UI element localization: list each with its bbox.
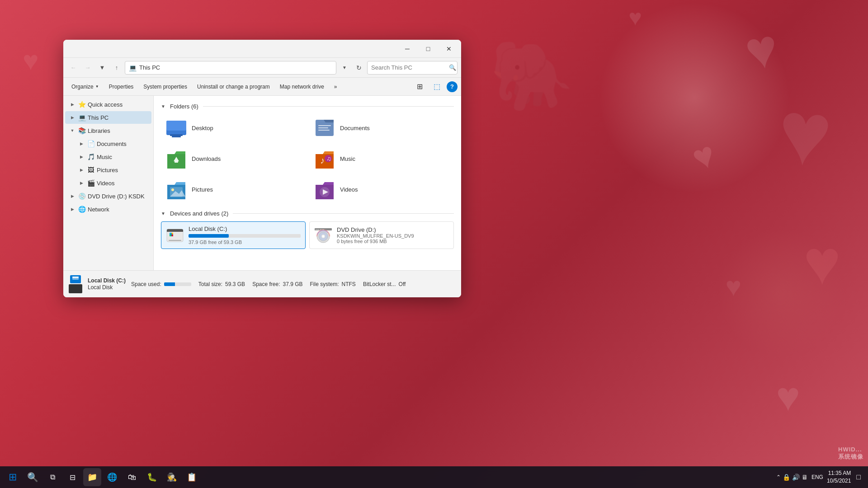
taskbar-app1-button[interactable]: 🐛	[143, 468, 161, 486]
taskbar-store-button[interactable]: 🛍	[123, 468, 141, 486]
back-button[interactable]: ←	[67, 61, 80, 74]
pictures-arrow: ▶	[78, 168, 85, 172]
main-area: ▶ ⭐ Quick access ▶ 💻 This PC ▼ 📚 Librari…	[63, 96, 461, 270]
svg-rect-6	[318, 127, 328, 128]
notification-button[interactable]: □	[854, 473, 863, 481]
sidebar-item-libraries[interactable]: ▼ 📚 Libraries	[65, 124, 151, 137]
folder-item-documents[interactable]: Documents	[309, 114, 454, 141]
folder-item-music[interactable]: ♪ ♫ Music	[309, 145, 454, 172]
sidebar-item-videos[interactable]: ▶ 🎬 Videos	[65, 177, 151, 189]
taskbar-app3-button[interactable]: 📋	[183, 468, 201, 486]
tray-network-icon[interactable]: 🖥	[802, 474, 808, 481]
address-path-text: This PC	[139, 64, 160, 71]
local-disk-bar-bg	[189, 234, 301, 238]
sidebar-item-network[interactable]: ▶ 🌐 Network	[65, 203, 151, 216]
devices-collapse-icon[interactable]: ▼	[161, 211, 167, 216]
quick-access-icon: ⭐	[78, 101, 86, 108]
properties-button[interactable]: Properties	[104, 80, 138, 93]
documents-arrow: ▶	[78, 141, 85, 146]
drives-grid: Local Disk (C:) 37.9 GB free of 59.3 GB …	[161, 221, 454, 249]
sidebar-item-this-pc[interactable]: ▶ 💻 This PC	[65, 111, 151, 124]
svg-text:♫: ♫	[326, 155, 331, 162]
folder-item-pictures[interactable]: Pictures	[161, 176, 306, 203]
music-folder-icon: ♪ ♫	[314, 148, 335, 169]
svg-rect-23	[172, 233, 174, 235]
address-dropdown-button[interactable]: ▼	[338, 61, 351, 74]
address-bar[interactable]: 💻 This PC	[125, 61, 336, 75]
svg-rect-26	[169, 240, 181, 241]
svg-rect-20	[167, 230, 183, 232]
downloads-folder-icon	[165, 148, 187, 169]
documents-icon: 📄	[87, 140, 95, 147]
view-toggle-button[interactable]: ⬚	[429, 80, 445, 93]
up-button[interactable]: ↑	[110, 61, 123, 74]
svg-rect-25	[172, 235, 174, 236]
tray-volume-icon[interactable]: 🔊	[792, 474, 800, 481]
uninstall-button[interactable]: Uninstall or change a program	[193, 80, 274, 93]
sidebar: ▶ ⭐ Quick access ▶ 💻 This PC ▼ 📚 Librari…	[63, 96, 154, 270]
videos-icon: 🎬	[87, 179, 95, 187]
space-used-mini-bar	[164, 282, 191, 286]
search-icon[interactable]: 🔍	[449, 64, 456, 71]
devices-divider	[233, 213, 454, 214]
refresh-button[interactable]: ↻	[353, 61, 365, 74]
drive-item-dvd[interactable]: DVD-ROM DVD Drive (D:) KSDKWIN_MULFR	[309, 221, 454, 249]
dvd-icon: 💿	[78, 192, 86, 200]
statusbar-details: Space used: Total size: 59.3 GB Space fr…	[131, 281, 456, 287]
taskbar-app2-button[interactable]: 🕵	[163, 468, 181, 486]
taskbar-search-button[interactable]: 🔍	[24, 468, 42, 486]
folder-item-desktop[interactable]: Desktop	[161, 114, 306, 141]
taskbar-language[interactable]: ENG	[811, 474, 823, 480]
maximize-button[interactable]: □	[418, 42, 439, 56]
svg-rect-3	[172, 136, 181, 137]
space-used-item: Space used:	[131, 281, 191, 287]
recent-locations-button[interactable]: ▼	[96, 61, 108, 74]
dvd-arrow: ▶	[69, 194, 76, 198]
organize-dropdown-icon: ▼	[95, 84, 99, 89]
taskbar-right: ⌃ 🔒 🔊 🖥 ENG 11:35 AM 10/5/2021 □	[776, 469, 868, 485]
svg-rect-34	[72, 277, 79, 280]
statusbar-drive-icon-group	[69, 275, 82, 293]
folders-collapse-icon[interactable]: ▼	[161, 104, 167, 109]
file-explorer-window: ─ □ ✕ ← → ▼ ↑ 💻 This PC ▼ ↻ 🔍 Organize ▼…	[63, 40, 461, 297]
folders-divider	[203, 106, 454, 107]
organize-button[interactable]: Organize ▼	[67, 80, 104, 93]
sidebar-item-pictures[interactable]: ▶ 🖼 Pictures	[65, 164, 151, 176]
taskbar-explorer-button[interactable]: 📁	[83, 468, 101, 486]
minimize-button[interactable]: ─	[397, 42, 418, 56]
system-properties-button[interactable]: System properties	[139, 80, 192, 93]
forward-button[interactable]: →	[81, 61, 94, 74]
taskbar-clock[interactable]: 11:35 AM 10/5/2021	[827, 469, 851, 485]
videos-folder-icon	[314, 178, 335, 200]
quick-access-arrow: ▶	[69, 102, 76, 107]
folder-item-videos[interactable]: Videos	[309, 176, 454, 203]
this-pc-icon: 💻	[78, 114, 86, 121]
svg-point-32	[322, 235, 324, 237]
svg-rect-1	[166, 121, 186, 131]
local-disk-icon	[166, 226, 184, 244]
search-input[interactable]	[371, 64, 447, 71]
close-button[interactable]: ✕	[439, 42, 459, 56]
taskbar-edge-button[interactable]: 🌐	[103, 468, 121, 486]
sidebar-item-documents[interactable]: ▶ 📄 Documents	[65, 137, 151, 150]
tray-overflow-button[interactable]: ⌃	[776, 474, 781, 480]
svg-rect-2	[170, 134, 183, 136]
address-path-icon: 💻	[129, 64, 137, 71]
pictures-icon: 🖼	[87, 166, 95, 174]
documents-folder-icon	[314, 117, 335, 139]
sidebar-item-music[interactable]: ▶ 🎵 Music	[65, 150, 151, 163]
local-disk-info: Local Disk (C:) 37.9 GB free of 59.3 GB	[189, 225, 301, 245]
drive-item-local-disk[interactable]: Local Disk (C:) 37.9 GB free of 59.3 GB	[161, 221, 306, 249]
taskbar-widgets-button[interactable]: ⊟	[63, 468, 81, 486]
start-button[interactable]: ⊞	[4, 468, 22, 486]
view-options-button[interactable]: ⊞	[412, 80, 427, 93]
sidebar-item-dvd-drive[interactable]: ▶ 💿 DVD Drive (D:) KSDK	[65, 190, 151, 202]
local-disk-bar-fill	[189, 234, 229, 238]
map-drive-button[interactable]: Map network drive	[275, 80, 329, 93]
more-button[interactable]: »	[330, 80, 342, 93]
sidebar-item-quick-access[interactable]: ▶ ⭐ Quick access	[65, 98, 151, 111]
taskbar-taskview-button[interactable]: ⧉	[43, 468, 61, 486]
tray-lock-icon[interactable]: 🔒	[783, 474, 790, 481]
folder-item-downloads[interactable]: Downloads	[161, 145, 306, 172]
help-button[interactable]: ?	[447, 81, 458, 92]
